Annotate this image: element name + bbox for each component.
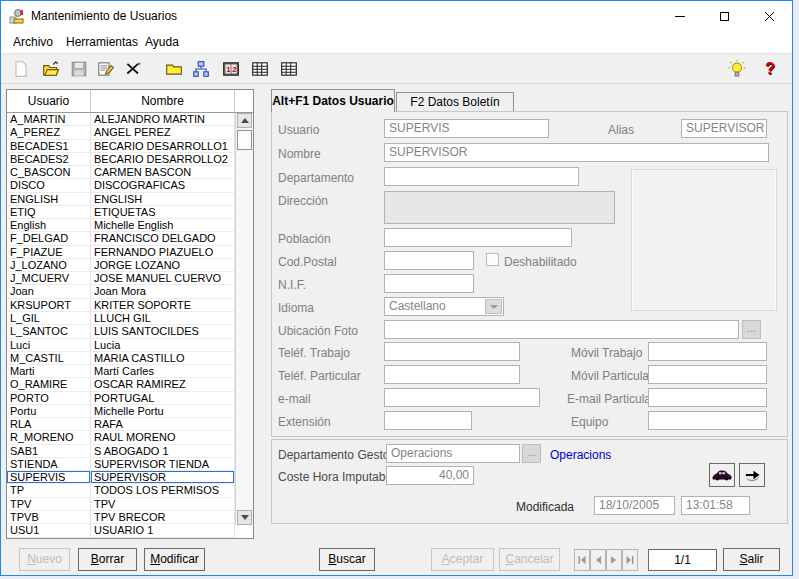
- nombre-field[interactable]: SUPERVISOR: [384, 143, 769, 162]
- user-id-cell[interactable]: SAB1: [7, 445, 91, 458]
- user-id-cell[interactable]: ENGLISH: [7, 193, 91, 206]
- user-row[interactable]: LuciLucia: [7, 339, 235, 352]
- user-name-cell[interactable]: ENGLISH: [91, 193, 235, 206]
- tab-datos-boletin[interactable]: F2 Datos Boletín: [396, 92, 514, 112]
- user-name-cell[interactable]: PORTUGAL: [91, 392, 235, 405]
- user-row[interactable]: PortuMichelle Portu: [7, 405, 235, 418]
- user-name-cell[interactable]: FRANCISCO DELGADO: [91, 232, 235, 245]
- user-id-cell[interactable]: L_GIL: [7, 312, 91, 325]
- user-id-cell[interactable]: F_DELGAD: [7, 232, 91, 245]
- folder-icon[interactable]: [164, 59, 184, 79]
- usuario-field[interactable]: SUPERVIS: [384, 119, 549, 138]
- idioma-dropdown-icon[interactable]: [485, 299, 502, 314]
- email-particular-field[interactable]: [648, 388, 767, 407]
- user-name-cell[interactable]: BECARIO DESARROLLO1: [91, 140, 235, 153]
- user-name-cell[interactable]: Michelle English: [91, 219, 235, 232]
- go-button[interactable]: [739, 463, 765, 487]
- user-row[interactable]: ENGLISHENGLISH: [7, 193, 235, 206]
- user-id-cell[interactable]: BECADES1: [7, 140, 91, 153]
- poblacion-field[interactable]: [384, 228, 572, 247]
- new-document-icon[interactable]: [11, 59, 31, 79]
- user-name-cell[interactable]: FERNANDO PIAZUELO: [91, 246, 235, 259]
- direccion-field[interactable]: [384, 191, 615, 224]
- cod-postal-field[interactable]: [384, 251, 474, 270]
- user-name-cell[interactable]: SUPERVISOR TIENDA: [91, 458, 235, 471]
- menu-herramientas[interactable]: Herramientas: [64, 31, 140, 53]
- user-row[interactable]: BECADES1BECARIO DESARROLLO1: [7, 140, 235, 153]
- user-row[interactable]: L_SANTOCLUIS SANTOCILDES: [7, 325, 235, 338]
- user-id-cell[interactable]: TPVB: [7, 511, 91, 524]
- user-id-cell[interactable]: ETIQ: [7, 206, 91, 219]
- user-name-cell[interactable]: JOSE MANUEL CUERVO: [91, 272, 235, 285]
- movil-trabajo-field[interactable]: [648, 342, 767, 361]
- user-row[interactable]: EnglishMichelle English: [7, 219, 235, 232]
- user-name-cell[interactable]: BECARIO DESARROLLO2: [91, 153, 235, 166]
- edit-icon[interactable]: [95, 59, 115, 79]
- user-row[interactable]: O_RAMIREOSCAR RAMIREZ: [7, 378, 235, 391]
- user-row[interactable]: ETIQETIQUETAS: [7, 206, 235, 219]
- user-row[interactable]: STIENDASUPERVISOR TIENDA: [7, 458, 235, 471]
- user-name-cell[interactable]: ALEJANDRO MARTIN: [91, 113, 235, 126]
- user-row[interactable]: A_MARTINALEJANDRO MARTIN: [7, 113, 235, 126]
- user-row[interactable]: PORTOPORTUGAL: [7, 392, 235, 405]
- user-row[interactable]: M_CASTILMARIA CASTILLO: [7, 352, 235, 365]
- user-id-cell[interactable]: RLA: [7, 418, 91, 431]
- scroll-thumb[interactable]: [237, 130, 252, 150]
- user-id-cell[interactable]: Joan: [7, 285, 91, 298]
- modificar-button[interactable]: Modificar: [144, 548, 205, 571]
- user-name-cell[interactable]: ETIQUETAS: [91, 206, 235, 219]
- user-id-cell[interactable]: J_MCUERV: [7, 272, 91, 285]
- menu-ayuda[interactable]: Ayuda: [143, 31, 181, 53]
- user-id-cell[interactable]: Luci: [7, 339, 91, 352]
- user-id-cell[interactable]: C_BASCON: [7, 166, 91, 179]
- user-id-cell[interactable]: USU1: [7, 524, 91, 537]
- extension-field[interactable]: [384, 411, 472, 430]
- user-id-cell[interactable]: R_MORENO: [7, 431, 91, 444]
- open-folder-icon[interactable]: [41, 59, 61, 79]
- browse-gestor-button[interactable]: ...: [522, 444, 541, 463]
- user-id-cell[interactable]: A_MARTIN: [7, 113, 91, 126]
- user-row[interactable]: BECADES2BECARIO DESARROLLO2: [7, 153, 235, 166]
- column-header-nombre[interactable]: Nombre: [91, 90, 235, 112]
- user-row[interactable]: KRSUPORTKRITER SOPORTE: [7, 299, 235, 312]
- user-id-cell[interactable]: BECADES2: [7, 153, 91, 166]
- user-id-cell[interactable]: DISCO: [7, 179, 91, 192]
- user-name-cell[interactable]: JORGE LOZANO: [91, 259, 235, 272]
- alias-field[interactable]: SUPERVISOR: [681, 119, 767, 138]
- user-row[interactable]: J_LOZANOJORGE LOZANO: [7, 259, 235, 272]
- table-2-icon[interactable]: [279, 59, 299, 79]
- user-name-cell[interactable]: LLUCH GIL: [91, 312, 235, 325]
- salir-button[interactable]: Salir: [723, 548, 780, 571]
- user-name-cell[interactable]: USUARIO 1: [91, 524, 235, 537]
- car-button[interactable]: [709, 463, 735, 487]
- scroll-down-icon[interactable]: [237, 510, 252, 525]
- user-name-cell[interactable]: Martí Carles: [91, 365, 235, 378]
- user-row[interactable]: SAB1S ABOGADO 1: [7, 445, 235, 458]
- user-id-cell[interactable]: F_PIAZUE: [7, 246, 91, 259]
- close-button[interactable]: [747, 1, 792, 31]
- menu-archivo[interactable]: Archivo: [11, 31, 55, 53]
- departamento-gestor-field[interactable]: Operacions: [386, 444, 520, 463]
- tab-datos-usuario[interactable]: Alt+F1 Datos Usuario: [271, 89, 395, 112]
- browse-foto-button[interactable]: ...: [742, 320, 761, 339]
- user-id-cell[interactable]: English: [7, 219, 91, 232]
- user-id-cell[interactable]: L_SANTOC: [7, 325, 91, 338]
- user-name-cell[interactable]: TODOS LOS PERMISOS: [91, 484, 235, 497]
- user-list-scrollbar[interactable]: [235, 113, 253, 525]
- maximize-button[interactable]: [702, 1, 747, 31]
- equipo-field[interactable]: [648, 411, 767, 430]
- user-row[interactable]: USU1USUARIO 1: [7, 524, 235, 537]
- datebook-icon[interactable]: 12: [221, 59, 241, 79]
- user-row[interactable]: C_BASCONCARMEN BASCON: [7, 166, 235, 179]
- deshabilitado-checkbox[interactable]: [486, 253, 499, 266]
- table-icon[interactable]: [250, 59, 270, 79]
- user-row[interactable]: A_PEREZANGEL PEREZ: [7, 126, 235, 139]
- user-row[interactable]: R_MORENORAUL MORENO: [7, 431, 235, 444]
- user-name-cell[interactable]: RAUL MORENO: [91, 431, 235, 444]
- scroll-up-icon[interactable]: [237, 113, 252, 128]
- user-name-cell[interactable]: RAFA: [91, 418, 235, 431]
- user-row[interactable]: J_MCUERVJOSE MANUEL CUERVO: [7, 272, 235, 285]
- user-row[interactable]: F_DELGADFRANCISCO DELGADO: [7, 232, 235, 245]
- user-name-cell[interactable]: ANGEL PEREZ: [91, 126, 235, 139]
- user-name-cell[interactable]: TPV: [91, 498, 235, 511]
